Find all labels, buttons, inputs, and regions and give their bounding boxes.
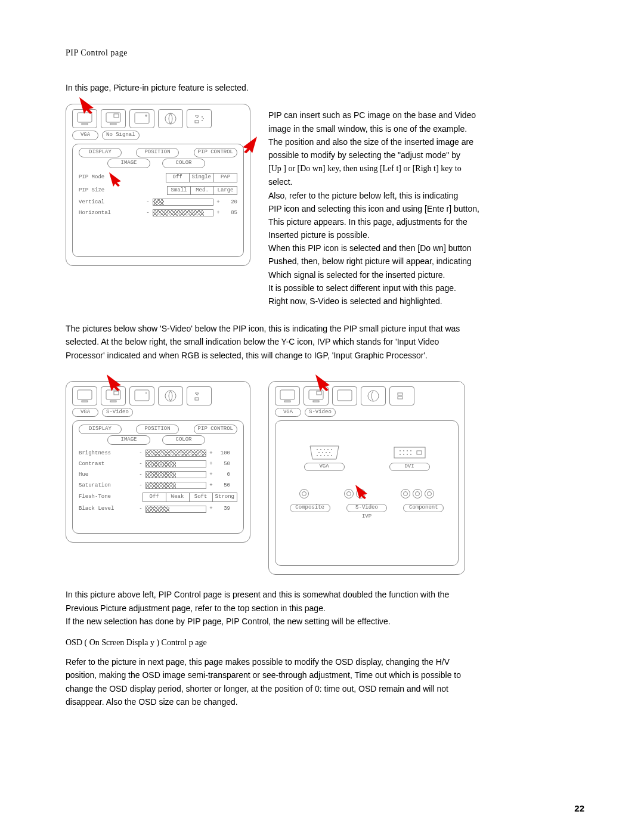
svg-point-48 (407, 450, 408, 451)
svg-point-34 (327, 449, 329, 450)
contrast-value: 50 (216, 461, 230, 468)
pip-size-label: PIP Size (79, 187, 138, 194)
dvi-port-icon[interactable] (392, 445, 428, 460)
pip-mode-off[interactable]: Off (166, 173, 190, 182)
vertical-slider[interactable]: - + 20 (145, 199, 237, 206)
pip-mode-single[interactable]: Single (189, 173, 214, 182)
pip-source-icon[interactable] (101, 109, 126, 128)
flesh-tone-strong[interactable]: Strong (212, 493, 237, 502)
horizontal-slider[interactable]: - + 85 (145, 209, 237, 216)
main-source-icon[interactable] (275, 386, 300, 405)
svg-rect-13 (78, 390, 92, 400)
svideo-input-label[interactable]: S-Video (346, 504, 387, 512)
svg-point-37 (322, 452, 323, 453)
dvi-input-label[interactable]: DVI (389, 463, 430, 471)
svg-rect-17 (110, 401, 116, 402)
svg-point-10 (203, 118, 204, 119)
component-input-label[interactable]: Component (403, 504, 444, 512)
tab-color[interactable]: COLOR (162, 159, 205, 168)
composite-input-label[interactable]: Composite (290, 504, 330, 512)
black-level-slider[interactable]: -+39 (138, 506, 230, 513)
svg-rect-3 (114, 114, 119, 117)
osd-panel-image-adjust: VGA S-Video DISPLAY POSITION PIP CONTROL… (66, 381, 250, 543)
globe-icon[interactable] (158, 109, 183, 128)
osd-panel-pip-control: VGA No Signal DISPLAY POSITION PIP CONTR… (66, 104, 250, 266)
tab-pip-control[interactable]: PIP CONTROL (194, 148, 237, 157)
svg-point-36 (318, 452, 320, 453)
source-main-label: VGA (275, 408, 301, 417)
main-source-icon[interactable] (72, 386, 97, 405)
svg-rect-18 (135, 390, 149, 401)
source-main-label: VGA (72, 131, 98, 140)
component-jack-icon[interactable] (400, 489, 435, 501)
svg-point-49 (410, 450, 411, 451)
vga-input-label[interactable]: VGA (304, 463, 345, 471)
tab-image[interactable]: IMAGE (107, 435, 150, 445)
composite-jack-icon[interactable] (298, 489, 310, 501)
svg-rect-4 (110, 123, 116, 125)
globe-icon[interactable] (361, 386, 386, 405)
settings-icon[interactable] (187, 386, 212, 405)
position-icon[interactable] (129, 109, 154, 128)
pip-size-med[interactable]: Med. (190, 186, 214, 196)
svg-rect-22 (280, 390, 295, 400)
contrast-slider[interactable]: -+50 (138, 460, 230, 467)
osd-paragraph: Refer to the picture in next page, this … (66, 657, 584, 707)
black-level-value: 39 (216, 506, 230, 513)
svg-point-52 (407, 454, 408, 455)
saturation-label: Saturation (79, 482, 138, 490)
tab-position[interactable]: POSITION (136, 148, 179, 157)
svg-point-11 (202, 120, 203, 121)
settings-icon[interactable] (187, 109, 212, 128)
tab-display[interactable]: DISPLAY (79, 425, 122, 434)
svg-rect-30 (398, 397, 402, 399)
saturation-value: 50 (216, 482, 230, 490)
svg-rect-27 (338, 390, 352, 401)
hue-slider[interactable]: -+0 (138, 471, 230, 478)
tab-pip-control[interactable]: PIP CONTROL (194, 425, 237, 434)
tab-display[interactable]: DISPLAY (79, 148, 122, 157)
horizontal-value: 85 (223, 210, 237, 217)
flesh-tone-weak[interactable]: Weak (166, 493, 190, 502)
position-icon[interactable] (129, 386, 154, 405)
source-pip-label: No Signal (102, 131, 140, 140)
svg-rect-25 (317, 391, 321, 395)
vga-port-icon[interactable] (306, 445, 342, 460)
svg-point-31 (317, 449, 318, 450)
globe-icon[interactable] (158, 386, 183, 405)
pip-mode-pap[interactable]: PAP (213, 173, 237, 182)
osd-section-title: OSD ( On Screen Displa y ) Control p age (66, 637, 584, 648)
contrast-label: Contrast (79, 461, 138, 468)
flesh-tone-options[interactable]: Off Weak Soft Strong (143, 493, 237, 502)
svg-rect-45 (394, 447, 425, 458)
svg-point-35 (331, 449, 332, 450)
page-title: PIP Control page (66, 48, 584, 58)
hue-value: 0 (216, 472, 230, 479)
pip-mode-options[interactable]: Off Single PAP (166, 173, 237, 182)
tab-position[interactable]: POSITION (136, 425, 179, 434)
svg-point-53 (410, 454, 411, 455)
svg-rect-54 (417, 451, 422, 454)
saturation-slider[interactable]: -+50 (138, 482, 230, 489)
flesh-tone-soft[interactable]: Soft (189, 493, 213, 502)
ivp-indicator: IVP (281, 513, 452, 521)
brightness-value: 100 (216, 450, 230, 457)
tab-image[interactable]: IMAGE (107, 159, 150, 168)
red-arrow-icon (104, 373, 125, 391)
tab-color[interactable]: COLOR (162, 435, 205, 445)
svg-rect-29 (398, 393, 402, 395)
flesh-tone-off[interactable]: Off (143, 493, 166, 502)
intro-text: In this page, Picture-in picture feature… (66, 82, 584, 93)
vertical-label: Vertical (79, 199, 138, 206)
pip-size-large[interactable]: Large (213, 186, 237, 196)
position-icon[interactable] (332, 386, 357, 405)
svg-rect-0 (78, 113, 92, 122)
svg-rect-14 (82, 401, 88, 402)
red-arrow-icon (107, 171, 125, 187)
pip-size-small[interactable]: Small (167, 186, 191, 196)
brightness-slider[interactable]: -+100 (138, 450, 230, 457)
pip-size-options[interactable]: Small Med. Large (167, 186, 237, 196)
red-arrow-icon (313, 373, 333, 391)
settings-icon[interactable] (389, 386, 414, 405)
svg-point-20 (165, 391, 176, 401)
